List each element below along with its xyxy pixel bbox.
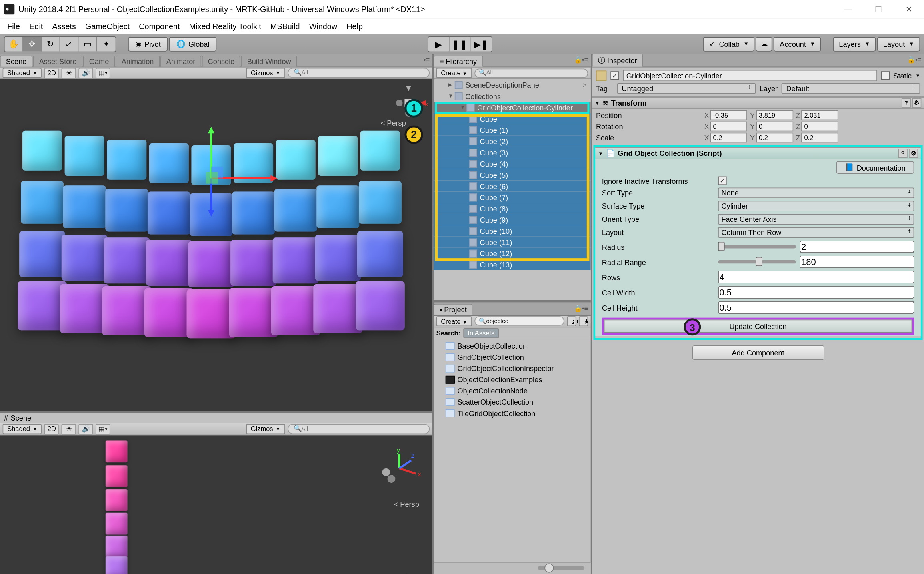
goc-settings-icon[interactable]: ⚙ [909,149,918,158]
move-tool-button[interactable]: ✥ [23,37,42,51]
gameobject-active-checkbox[interactable]: ✓ [610,71,619,80]
hierarchy-item[interactable]: Cube (13) [434,259,591,270]
scene-search-input[interactable]: 🔍All [288,68,430,78]
hierarchy-item[interactable]: Cube (12) [434,248,591,259]
hierarchy-item[interactable]: Cube (2) [434,135,591,147]
scale-y-input[interactable] [756,133,793,143]
tab-animator[interactable]: Animator [160,56,201,67]
menu-edit[interactable]: Edit [25,20,48,33]
rect-tool-button[interactable]: ▭ [78,37,97,51]
tab-asset-store[interactable]: Asset Store [33,56,83,67]
menu-mixed-reality-toolkit[interactable]: Mixed Reality Toolkit [184,20,266,33]
hierarchy-item[interactable]: ▼GridObjectCollection-Cylinder [434,102,591,113]
play-button[interactable]: ▶ [428,37,450,51]
position-y-input[interactable] [756,110,793,120]
static-checkbox[interactable] [881,71,889,80]
layer-dropdown[interactable]: Default‡ [782,83,920,94]
ignore-inactive-checkbox[interactable]: ✓ [718,177,726,185]
tab-scene[interactable]: Scene [0,56,32,67]
radial-slider[interactable] [718,260,796,263]
inspector-options-icon[interactable]: 🔒•≡ [907,56,921,63]
scene2-viewport[interactable]: x y z < Persp [0,435,432,574]
project-zoom-slider[interactable] [538,566,584,570]
window-maximize-button[interactable]: ☐ [863,0,894,18]
global-toggle-button[interactable]: 🌐 Global [169,37,216,51]
orient-type-dropdown[interactable]: Face Center Axis‡ [718,214,914,225]
tab-animation[interactable]: Animation [116,56,160,67]
cloud-button[interactable]: ☁ [756,37,772,51]
project-item[interactable]: TileGridObjectCollection [438,408,587,419]
menu-assets[interactable]: Assets [48,20,81,33]
window-close-button[interactable]: ✕ [894,0,924,18]
tag-dropdown[interactable]: Untagged‡ [617,83,756,94]
scale-z-input[interactable] [802,133,838,143]
scene2-lighting-button[interactable]: ☀ [62,423,76,434]
scene2-gizmo-icon[interactable]: x y z [380,448,426,488]
hierarchy-item[interactable]: Cube (4) [434,158,591,169]
scene2-tab[interactable]: # Scene [0,411,432,423]
hierarchy-item[interactable]: Cube [434,113,591,124]
project-search-input[interactable]: 🔍 objectco [474,316,564,325]
search-type-icon[interactable]: ★ [579,316,588,326]
tab-options-icon[interactable]: •≡ [424,56,430,63]
tab-game[interactable]: Game [83,56,115,67]
menu-component[interactable]: Component [134,20,184,33]
hierarchy-item[interactable]: Cube (7) [434,192,591,203]
project-create-button[interactable]: Create ▼ [436,316,472,326]
scene2-fx-button[interactable]: ▦▼ [96,423,110,434]
pivot-toggle-button[interactable]: ◉ Pivot [128,37,168,51]
shading-mode-dropdown[interactable]: Shaded▼ [3,68,42,78]
project-item[interactable]: ObjectCollectionExamples [438,374,587,385]
radius-input[interactable] [800,241,914,253]
position-x-input[interactable] [710,110,747,120]
add-component-button[interactable]: Add Component [692,345,824,360]
position-z-input[interactable] [802,110,838,120]
sort-type-dropdown[interactable]: None‡ [718,188,914,198]
collab-button[interactable]: ✓ Collab▼ [703,37,755,51]
lighting-toggle-button[interactable]: ☀ [62,68,76,78]
transform-gizmo-icon[interactable] [185,126,290,231]
project-item[interactable]: ObjectCollectionNode [438,385,587,397]
project-scope-button[interactable]: In Assets [463,328,499,338]
layout-dropdown[interactable]: Layout▼ [877,37,920,51]
hierarchy-tab[interactable]: ≡ Hierarchy [434,56,483,67]
scene2-search-input[interactable]: 🔍All [288,424,430,434]
hierarchy-item[interactable]: Cube (11) [434,237,591,248]
documentation-button[interactable]: 📘 Documentation [836,161,914,174]
project-tab[interactable]: ▪ Project [434,303,473,315]
hierarchy-item[interactable]: ▶SceneDescriptionPanel> [434,79,591,90]
gizmos-dropdown[interactable]: Gizmos▼ [246,68,285,78]
hierarchy-item[interactable]: Cube (1) [434,124,591,135]
step-button[interactable]: ▶❚ [470,37,492,51]
cell-height-input[interactable] [718,301,914,313]
scale-tool-button[interactable]: ⤢ [60,37,78,51]
cell-width-input[interactable] [718,286,914,298]
hierarchy-search-input[interactable]: 🔍All [474,68,588,78]
tab-build-window[interactable]: Build Window [241,56,297,67]
radial-input[interactable] [800,256,914,268]
goc-component-header[interactable]: ▼📄 Grid Object Collection (Script) ?⚙ [595,147,920,159]
hierarchy-create-button[interactable]: Create ▼ [436,68,472,78]
scale-x-input[interactable] [710,133,747,143]
audio-toggle-button[interactable]: 🔊 [79,68,93,78]
menu-window[interactable]: Window [304,20,342,33]
hierarchy-item[interactable]: Cube (10) [434,225,591,237]
pause-button[interactable]: ❚❚ [449,37,470,51]
scene2-gizmos-dropdown[interactable]: Gizmos▼ [246,424,285,434]
hierarchy-item[interactable]: Cube (9) [434,214,591,225]
scene-viewport[interactable]: x < Persp 1 2 [0,79,432,411]
hierarchy-item[interactable]: Cube (5) [434,169,591,180]
scene2-shading-dropdown[interactable]: Shaded▼ [3,424,42,434]
rows-input[interactable] [718,271,914,283]
scene2-2d-button[interactable]: 2D [44,423,59,434]
hierarchy-options-icon[interactable]: 🔒•≡ [574,56,588,63]
project-options-icon[interactable]: 🔒•≡ [574,304,588,311]
hierarchy-item[interactable]: ▼Collections [434,90,591,102]
static-dropdown-icon[interactable]: ▼ [916,73,920,78]
2d-toggle-button[interactable]: 2D [44,68,59,78]
rotation-y-input[interactable] [756,122,793,132]
rotate-tool-button[interactable]: ↻ [42,37,60,51]
account-dropdown[interactable]: Account▼ [774,37,821,51]
menu-msbuild[interactable]: MSBuild [266,20,304,33]
project-item[interactable]: GridObjectCollection [438,352,587,363]
